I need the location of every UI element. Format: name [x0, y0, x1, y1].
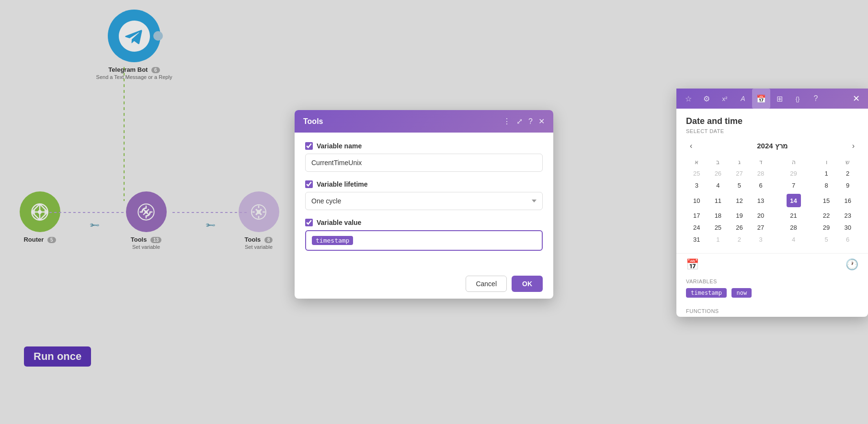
dt-text-btn[interactable]: A — [734, 89, 752, 109]
dt-var-timestamp[interactable]: timestamp — [686, 288, 727, 298]
calendar-day[interactable]: 27 — [750, 222, 772, 234]
variable-value-input[interactable]: timestamp — [305, 230, 543, 251]
close-icon[interactable]: ✕ — [538, 117, 545, 126]
calendar-day[interactable]: 26 — [708, 167, 729, 179]
cal-next-btn[interactable]: › — [848, 140, 858, 152]
variable-lifetime-checkbox[interactable] — [305, 180, 313, 188]
expand-icon[interactable]: ⤢ — [516, 117, 523, 126]
variable-name-checkbox[interactable] — [305, 142, 313, 150]
dt-help-btn[interactable]: ? — [807, 89, 825, 109]
dt-variables-label: VARIABLES — [686, 279, 858, 284]
weekday-5: ו — [816, 157, 837, 167]
weekday-2: ג — [729, 157, 750, 167]
calendar-day[interactable]: 8 — [816, 179, 837, 191]
calendar-day[interactable]: 5 — [816, 234, 837, 245]
more-icon[interactable]: ⋮ — [503, 117, 511, 126]
dt-table-btn[interactable]: ⊞ — [770, 89, 788, 109]
variable-value-checkbox[interactable] — [305, 219, 313, 226]
calendar-day[interactable]: 29 — [771, 167, 815, 179]
calendar-day[interactable]: 17 — [686, 210, 708, 222]
dt-calendar-btn[interactable]: 📅 — [752, 89, 770, 109]
cal-prev-btn[interactable]: ‹ — [686, 140, 696, 152]
variable-value-field: Variable value timestamp — [305, 219, 543, 251]
dt-exponent-btn[interactable]: x² — [716, 89, 734, 109]
modal-footer: Cancel OK — [295, 269, 553, 299]
calendar-day[interactable]: 7 — [771, 179, 815, 191]
calendar-day[interactable]: 21 — [771, 210, 815, 222]
calendar-day[interactable]: 18 — [708, 210, 729, 222]
calendar-day[interactable]: 4 — [708, 179, 729, 191]
calendar-day[interactable]: 31 — [686, 234, 708, 245]
modal-body: Variable name Variable lifetime One cycl… — [295, 133, 553, 269]
calendar-day[interactable]: 25 — [686, 167, 708, 179]
calendar-day[interactable]: 25 — [708, 222, 729, 234]
calendar-day[interactable]: 10 — [686, 191, 708, 210]
dt-calendar-icon[interactable]: 📅 — [686, 258, 699, 271]
calendar-day[interactable]: 15 — [816, 191, 837, 210]
calendar-day[interactable]: 13 — [750, 191, 772, 210]
weekday-1: ב — [708, 157, 729, 167]
calendar-day[interactable]: 1 — [816, 167, 837, 179]
dt-title: Date and time — [686, 116, 858, 126]
dt-star-btn[interactable]: ☆ — [679, 89, 697, 109]
dt-braces-btn[interactable]: {} — [788, 89, 807, 109]
calendar-day[interactable]: 11 — [708, 191, 729, 210]
weekday-0: א — [686, 157, 708, 167]
modal-overlay: Tools ⋮ ⤢ ? ✕ Variable name — [0, 0, 868, 424]
tools-modal: Tools ⋮ ⤢ ? ✕ Variable name — [295, 110, 553, 299]
calendar-day[interactable]: 29 — [816, 222, 837, 234]
datetime-panel: ☆ ⚙ x² A 📅 ⊞ {} ? ✕ Date and time SELECT… — [676, 89, 868, 317]
variable-lifetime-field: Variable lifetime One cycle — [305, 180, 543, 210]
calendar-day[interactable]: 24 — [686, 222, 708, 234]
dt-body: Date and time SELECT DATE ‹ מרץ 2024 › א… — [676, 109, 868, 253]
dt-var-now[interactable]: now — [731, 288, 752, 298]
calendar-day[interactable]: 9 — [837, 179, 858, 191]
calendar-day[interactable]: 4 — [771, 234, 815, 245]
variable-name-field: Variable name — [305, 142, 543, 172]
calendar-grid: א ב ג ד ה ו ש 25262728291234567891011121… — [686, 157, 858, 245]
calendar-day[interactable]: 14 — [771, 191, 815, 210]
calendar-day[interactable]: 20 — [750, 210, 772, 222]
calendar-day[interactable]: 16 — [837, 191, 858, 210]
variable-tag: timestamp — [312, 236, 353, 245]
calendar-day[interactable]: 3 — [686, 179, 708, 191]
modal-header: Tools ⋮ ⤢ ? ✕ — [295, 110, 553, 133]
cancel-button[interactable]: Cancel — [466, 276, 507, 292]
dt-functions-label: FUNCTIONS — [676, 306, 868, 317]
calendar-day[interactable]: 30 — [837, 222, 858, 234]
dt-toolbar: ☆ ⚙ x² A 📅 ⊞ {} ? ✕ — [676, 89, 868, 109]
variable-value-label: Variable value — [317, 219, 361, 226]
calendar-day[interactable]: 19 — [729, 210, 750, 222]
calendar-day[interactable]: 5 — [729, 179, 750, 191]
calendar-day[interactable]: 2 — [837, 167, 858, 179]
dt-variables-section: VARIABLES timestamp now — [676, 275, 868, 306]
cal-month-year: מרץ 2024 — [757, 142, 788, 150]
canvas: Telegram Bot 6 Send a Text Message or a … — [0, 0, 868, 424]
calendar-day[interactable]: 26 — [729, 222, 750, 234]
calendar-day[interactable]: 6 — [750, 179, 772, 191]
ok-button[interactable]: OK — [512, 276, 543, 292]
calendar-day[interactable]: 22 — [816, 210, 837, 222]
calendar-day[interactable]: 23 — [837, 210, 858, 222]
weekday-3: ד — [750, 157, 772, 167]
calendar-day[interactable]: 27 — [729, 167, 750, 179]
dt-bottom-icons: 📅 🕐 — [676, 253, 868, 275]
calendar-day[interactable]: 3 — [750, 234, 772, 245]
help-icon[interactable]: ? — [528, 117, 533, 126]
dt-clock-icon[interactable]: 🕐 — [845, 258, 858, 271]
weekday-4: ה — [771, 157, 815, 167]
dt-gear-btn[interactable]: ⚙ — [697, 89, 716, 109]
dt-close-btn[interactable]: ✕ — [847, 89, 865, 109]
dt-select-label: SELECT DATE — [686, 128, 858, 134]
calendar-day[interactable]: 28 — [750, 167, 772, 179]
calendar-day[interactable]: 2 — [729, 234, 750, 245]
calendar-day[interactable]: 28 — [771, 222, 815, 234]
variable-lifetime-select[interactable]: One cycle — [305, 192, 543, 210]
calendar-day[interactable]: 1 — [708, 234, 729, 245]
modal-title: Tools — [303, 117, 323, 126]
variable-name-input[interactable] — [305, 154, 543, 172]
variable-lifetime-label: Variable lifetime — [317, 180, 368, 188]
calendar-day[interactable]: 6 — [837, 234, 858, 245]
calendar-day[interactable]: 12 — [729, 191, 750, 210]
modal-header-icons: ⋮ ⤢ ? ✕ — [503, 117, 545, 126]
